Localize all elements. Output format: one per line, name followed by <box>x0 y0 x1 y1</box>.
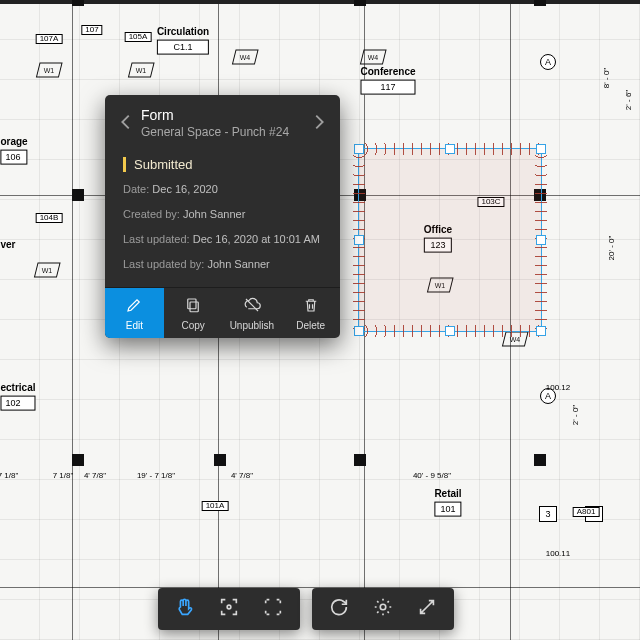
measure-icon <box>262 596 284 622</box>
fullscreen-icon <box>416 596 438 622</box>
door-tag-101A: 101A <box>202 501 229 511</box>
edit-button[interactable]: Edit <box>105 288 164 338</box>
rotate-icon <box>328 596 350 622</box>
status-badge: Submitted <box>123 157 322 172</box>
svg-point-3 <box>380 604 386 610</box>
grid-letter-A: A <box>540 54 556 70</box>
rotate-button[interactable] <box>318 588 360 630</box>
focus-icon <box>218 596 240 622</box>
dim-r3: 2' - 0" <box>572 405 580 425</box>
sheet-tag-A801: A801 <box>573 507 600 517</box>
settings-button[interactable] <box>362 588 404 630</box>
copy-button[interactable]: Copy <box>164 288 223 338</box>
selection-office-123[interactable] <box>358 148 542 332</box>
pencil-icon <box>125 296 143 316</box>
settings-toolbar <box>312 588 454 630</box>
dim-r2: 2' - 6" <box>625 90 633 110</box>
popover-back-button[interactable] <box>115 111 137 136</box>
form-popover: Form General Space - Punch #24 Submitted… <box>105 95 340 338</box>
dim-19: 19' - 7 1/8" <box>137 472 175 480</box>
popover-title: General Space - Punch #24 <box>141 125 304 139</box>
wall-tag: W1 <box>44 67 55 74</box>
copy-icon <box>184 296 202 316</box>
row-last-updated-by: Last updated by: John Sanner <box>123 257 322 272</box>
room-conference: Conference 117 <box>360 66 415 95</box>
dim-4b: 4' 7/8" <box>231 472 253 480</box>
grid-number-3: 3 <box>539 506 557 522</box>
wall-tag: W4 <box>368 54 379 61</box>
row-date: Date: Dec 16, 2020 <box>123 182 322 197</box>
focus-tool-button[interactable] <box>208 588 250 630</box>
room-retail: Retail 101 <box>434 488 461 517</box>
door-tag-107A: 107A <box>36 34 63 44</box>
room-circulation: Circulation C1.1 <box>157 26 209 55</box>
wall-tag: W4 <box>240 54 251 61</box>
room-storage: orage 106 <box>0 136 27 165</box>
delete-button[interactable]: Delete <box>281 288 340 338</box>
door-tag-105A: 105A <box>125 32 152 42</box>
room-num-107: 107 <box>81 25 102 35</box>
dim-r1: 8' - 0" <box>603 68 611 88</box>
fullscreen-button[interactable] <box>406 588 448 630</box>
trash-icon <box>302 296 320 316</box>
hand-icon <box>174 596 196 622</box>
room-ver: ver <box>0 239 15 251</box>
unpublish-icon <box>243 296 261 316</box>
room-electrical: ectrical 102 <box>0 382 35 411</box>
row-last-updated: Last updated: Dec 16, 2020 at 10:01 AM <box>123 232 322 247</box>
pan-tool-button[interactable] <box>164 588 206 630</box>
dim-r4: 20' - 0" <box>608 236 616 261</box>
gear-icon <box>372 596 394 622</box>
row-created-by: Created by: John Sanner <box>123 207 322 222</box>
door-tag-104B: 104B <box>36 213 63 223</box>
unpublish-button[interactable]: Unpublish <box>223 288 282 338</box>
wall-tag: W1 <box>42 267 53 274</box>
dim-t71: 7 1/8" <box>0 472 18 480</box>
dim-40: 40' - 9 5/8" <box>413 472 451 480</box>
elev-100-11: 100.11 <box>546 550 570 558</box>
wall-tag: W1 <box>136 67 147 74</box>
dim-4a: 4' 7/8" <box>84 472 106 480</box>
popover-eyebrow: Form <box>141 107 304 123</box>
svg-point-2 <box>227 605 231 609</box>
dim-t72: 7 1/8" <box>53 472 74 480</box>
elev-100-12: 100.12 <box>546 384 570 392</box>
svg-rect-0 <box>190 302 198 312</box>
svg-rect-1 <box>188 299 196 309</box>
popover-forward-button[interactable] <box>308 111 330 136</box>
measure-tool-button[interactable] <box>252 588 294 630</box>
view-toolbar <box>158 588 300 630</box>
